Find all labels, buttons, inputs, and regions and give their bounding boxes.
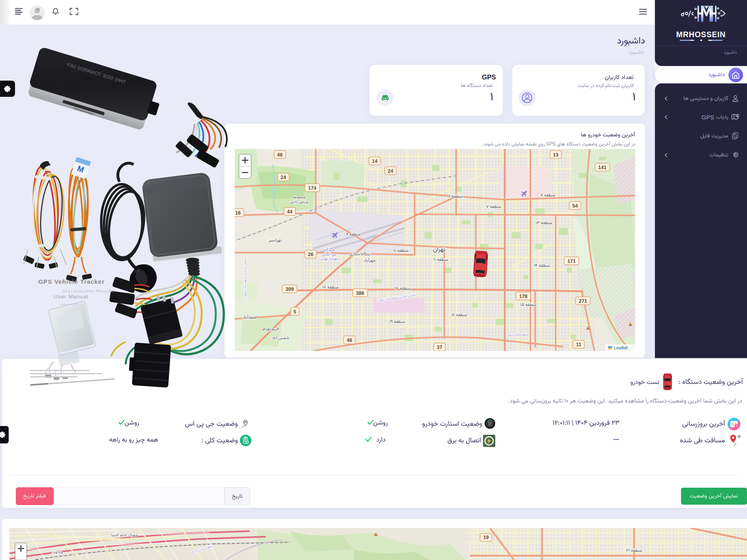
- svg-text:171: 171: [568, 258, 576, 264]
- svg-text:44: 44: [287, 209, 292, 215]
- svg-text:178: 178: [519, 294, 528, 299]
- svg-text:26: 26: [308, 252, 313, 257]
- svg-text:309: 309: [286, 287, 294, 292]
- svg-text:386: 386: [356, 290, 364, 296]
- svg-text:19: 19: [483, 535, 489, 541]
- svg-text:174: 174: [308, 185, 317, 191]
- svg-text:24: 24: [388, 168, 393, 174]
- svg-text:141: 141: [598, 165, 607, 170]
- svg-text:Leaflet: Leaflet: [614, 345, 628, 350]
- svg-text:GPS Vehicle Tracker: GPS Vehicle Tracker: [38, 278, 105, 285]
- svg-text:48: 48: [347, 338, 352, 343]
- svg-text:24: 24: [281, 175, 286, 180]
- svg-text:48: 48: [277, 152, 283, 158]
- svg-text:271: 271: [579, 298, 587, 304]
- svg-text:User Manual: User Manual: [54, 294, 89, 300]
- svg-text:11: 11: [576, 342, 581, 347]
- svg-text:GPS+GSM/GPRS TRACKER: GPS+GSM/GPRS TRACKER: [62, 289, 115, 293]
- svg-text:54: 54: [572, 203, 578, 209]
- svg-text:13: 13: [553, 152, 558, 158]
- svg-text:5: 5: [294, 309, 296, 315]
- svg-text:14: 14: [372, 158, 377, 164]
- svg-text:STOP: STOP: [488, 425, 492, 426]
- svg-text:37: 37: [437, 345, 442, 350]
- svg-text:16: 16: [235, 210, 241, 216]
